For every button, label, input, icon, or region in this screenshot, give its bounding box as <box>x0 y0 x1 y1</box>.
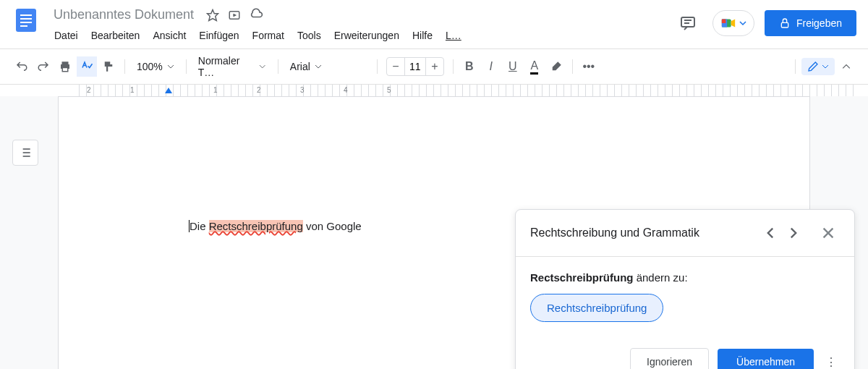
lock-icon <box>779 17 791 29</box>
ruler[interactable]: 2 1 1 2 3 4 5 <box>72 85 854 96</box>
ignore-button[interactable]: Ignorieren <box>630 348 709 369</box>
svg-rect-4 <box>20 25 27 27</box>
docs-logo[interactable] <box>12 6 41 35</box>
zoom-select[interactable]: 100% <box>131 58 180 75</box>
bold-button[interactable]: B <box>459 56 480 77</box>
svg-marker-13 <box>731 20 736 27</box>
svg-rect-14 <box>781 22 788 27</box>
chevron-down-icon <box>315 63 322 70</box>
panel-title: Rechtschreibung und Grammatik <box>530 226 759 239</box>
menu-tools[interactable]: Tools <box>292 27 326 44</box>
undo-button[interactable] <box>12 56 32 77</box>
meet-button[interactable] <box>712 10 754 36</box>
svg-rect-1 <box>20 14 32 16</box>
menu-file[interactable]: Datei <box>49 27 83 44</box>
svg-rect-3 <box>20 22 32 23</box>
svg-rect-15 <box>62 62 69 64</box>
prev-button[interactable] <box>759 221 782 245</box>
redo-button[interactable] <box>33 56 54 77</box>
cloud-icon[interactable] <box>249 8 263 22</box>
outline-button[interactable] <box>12 140 38 166</box>
svg-rect-7 <box>681 17 694 27</box>
highlight-button[interactable] <box>546 56 566 77</box>
chevron-down-icon <box>259 63 265 70</box>
menu-extensions[interactable]: Erweiterungen <box>329 27 404 44</box>
move-icon[interactable] <box>227 8 242 22</box>
share-button[interactable]: Freigeben <box>765 10 856 36</box>
spellcheck-button[interactable] <box>77 56 97 77</box>
hide-menus-button[interactable] <box>836 56 856 77</box>
suggestion-pill[interactable]: Rechtschreibprüfung <box>530 294 663 322</box>
spellcheck-panel: Rechtschreibung und Grammatik Rectschrei… <box>515 209 855 369</box>
menu-insert[interactable]: Einfügen <box>194 27 244 44</box>
underline-button[interactable]: U <box>503 56 523 77</box>
italic-button[interactable]: I <box>481 56 501 77</box>
paint-format-button[interactable] <box>98 56 119 77</box>
document-title[interactable]: Unbenanntes Dokument <box>49 6 198 24</box>
chevron-down-icon <box>739 20 746 27</box>
font-select[interactable]: Arial <box>284 58 371 75</box>
svg-rect-12 <box>722 20 726 24</box>
chevron-down-icon <box>822 63 829 70</box>
menubar: Datei Bearbeiten Ansicht Einfügen Format… <box>49 27 673 48</box>
svg-marker-5 <box>208 9 218 20</box>
app-header: Unbenanntes Dokument Datei Bearbeiten An… <box>0 0 868 49</box>
menu-edit[interactable]: Bearbeiten <box>86 27 145 44</box>
svg-rect-0 <box>16 9 36 32</box>
accept-button[interactable]: Übernehmen <box>718 349 814 369</box>
text-color-button[interactable]: A <box>524 56 545 77</box>
menu-last-edit[interactable]: L… <box>441 27 467 44</box>
menu-view[interactable]: Ansicht <box>148 27 191 44</box>
meet-icon <box>720 15 736 31</box>
spelling-error[interactable]: Rectschreibprüfung <box>209 220 303 232</box>
menu-format[interactable]: Format <box>247 27 289 44</box>
more-options-button[interactable]: ⋮ <box>822 353 840 369</box>
toolbar: 100% Normaler T… Arial − + B I U A ••• <box>0 49 868 85</box>
paragraph-style-select[interactable]: Normaler T… <box>192 52 272 81</box>
font-size-input[interactable] <box>404 58 426 75</box>
font-size-increase[interactable]: + <box>426 58 443 75</box>
pencil-icon <box>807 61 819 72</box>
indent-marker-icon[interactable] <box>165 88 172 93</box>
document-text[interactable]: Die Rectschreibprüfung von Google <box>189 220 362 232</box>
star-icon[interactable] <box>205 8 220 22</box>
change-to-line: Rectschreibprüfung ändern zu: <box>530 271 840 284</box>
svg-rect-17 <box>62 68 68 72</box>
editing-mode-button[interactable] <box>801 58 835 75</box>
chevron-down-icon <box>167 63 174 70</box>
more-tools-button[interactable]: ••• <box>579 56 599 77</box>
comment-history-icon[interactable] <box>673 9 702 38</box>
next-button[interactable] <box>782 221 805 245</box>
menu-help[interactable]: Hilfe <box>407 27 438 44</box>
font-size-decrease[interactable]: − <box>387 58 404 75</box>
svg-rect-2 <box>20 18 32 20</box>
print-button[interactable] <box>55 56 75 77</box>
font-size-stepper: − + <box>386 57 444 76</box>
close-button[interactable] <box>817 221 840 245</box>
share-label: Freigeben <box>796 17 842 29</box>
